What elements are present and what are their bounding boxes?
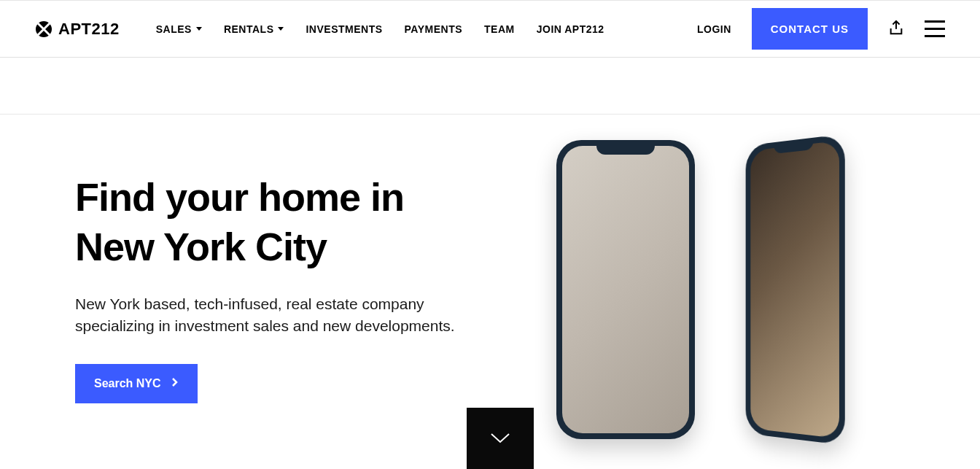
nav-rentals-label: RENTALS bbox=[224, 23, 274, 35]
phone-mockup-1 bbox=[556, 140, 695, 439]
phone-notch bbox=[596, 140, 655, 155]
nav-rentals[interactable]: RENTALS bbox=[224, 23, 284, 35]
logo-icon bbox=[35, 20, 52, 38]
login-link[interactable]: LOGIN bbox=[697, 23, 731, 35]
nav-sales[interactable]: SALES bbox=[156, 23, 202, 35]
main-nav: SALES RENTALS INVESTMENTS PAYMENTS TEAM … bbox=[156, 23, 697, 35]
nav-payments-label: PAYMENTS bbox=[405, 23, 462, 35]
nav-payments[interactable]: PAYMENTS bbox=[405, 23, 462, 35]
phone-screen bbox=[750, 141, 839, 438]
menu-icon[interactable] bbox=[925, 20, 945, 37]
nav-investments[interactable]: INVESTMENTS bbox=[306, 23, 382, 35]
header-actions: LOGIN CONTACT US bbox=[697, 8, 945, 50]
caret-down-icon bbox=[278, 27, 284, 31]
hero-spacer bbox=[0, 58, 980, 115]
hero-phones bbox=[469, 115, 980, 468]
caret-down-icon bbox=[196, 27, 202, 31]
nav-investments-label: INVESTMENTS bbox=[306, 23, 382, 35]
main-header: APT212 SALES RENTALS INVESTMENTS PAYMENT… bbox=[0, 1, 980, 58]
phone-mockup-2 bbox=[746, 134, 845, 446]
hero-subtitle: New York based, tech-infused, real estat… bbox=[75, 293, 469, 338]
phone-screen bbox=[562, 146, 689, 433]
logo-text: APT212 bbox=[58, 20, 120, 39]
share-icon[interactable] bbox=[888, 20, 904, 39]
contact-us-button[interactable]: CONTACT US bbox=[752, 8, 868, 50]
chevron-right-icon bbox=[171, 377, 179, 390]
nav-team[interactable]: TEAM bbox=[484, 23, 515, 35]
nav-join[interactable]: JOIN APT212 bbox=[537, 23, 604, 35]
search-nyc-label: Search NYC bbox=[94, 377, 161, 390]
hero-content: Find your home in New York City New York… bbox=[75, 115, 469, 468]
nav-join-label: JOIN APT212 bbox=[537, 23, 604, 35]
scroll-down-button[interactable] bbox=[467, 408, 534, 469]
search-nyc-button[interactable]: Search NYC bbox=[75, 364, 198, 403]
nav-team-label: TEAM bbox=[484, 23, 515, 35]
hero-title: Find your home in New York City bbox=[75, 173, 469, 271]
nav-sales-label: SALES bbox=[156, 23, 192, 35]
chevron-down-icon bbox=[490, 433, 510, 444]
logo[interactable]: APT212 bbox=[35, 20, 120, 39]
